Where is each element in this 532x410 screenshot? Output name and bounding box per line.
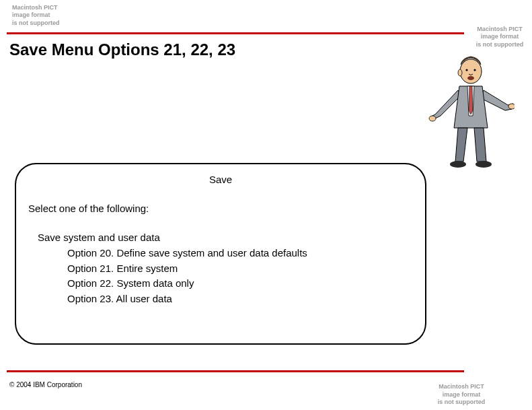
svg-point-7	[473, 69, 476, 71]
menu-option: Option 23. All user data	[67, 292, 413, 307]
pict-line: is not supported	[473, 41, 527, 48]
page-title: Save Menu Options 21, 22, 23	[9, 40, 235, 59]
copyright-footer: © 2004 IBM Corporation	[9, 381, 82, 388]
menu-option: Option 21. Entire system	[67, 261, 413, 277]
pict-notice-top-right: Macintosh PICT image format is not suppo…	[473, 26, 527, 48]
businessman-icon	[427, 48, 515, 170]
menu-option: Option 22. System data only	[67, 276, 413, 292]
menu-option: Option 20. Define save system and user d…	[67, 246, 413, 261]
pict-line: is not supported	[12, 20, 60, 27]
pict-notice-top-left: Macintosh PICT image format is not suppo…	[12, 4, 60, 27]
menu-options-list: Option 20. Define save system and user d…	[67, 246, 413, 306]
svg-point-1	[508, 104, 515, 109]
svg-point-8	[467, 76, 474, 80]
svg-point-0	[429, 116, 436, 121]
svg-point-6	[465, 69, 467, 71]
divider-bottom	[7, 370, 464, 372]
svg-point-3	[476, 161, 492, 168]
pict-line: is not supported	[431, 399, 492, 406]
pict-notice-bottom-right: Macintosh PICT image format is not suppo…	[431, 383, 492, 406]
divider-top	[7, 32, 464, 34]
pict-line: image format	[431, 391, 492, 399]
pict-line: Macintosh PICT	[431, 383, 492, 390]
menu-section-label: Save system and user data	[38, 232, 413, 243]
pict-line: Macintosh PICT	[12, 4, 60, 11]
pict-line: Macintosh PICT	[473, 26, 527, 33]
save-menu-panel: Save Select one of the following: Save s…	[15, 163, 426, 345]
menu-prompt: Select one of the following:	[28, 203, 413, 214]
svg-point-2	[450, 161, 466, 168]
svg-point-5	[458, 69, 462, 76]
pict-line: image format	[12, 11, 60, 19]
pict-line: image format	[473, 33, 527, 40]
menu-heading: Save	[28, 174, 413, 185]
